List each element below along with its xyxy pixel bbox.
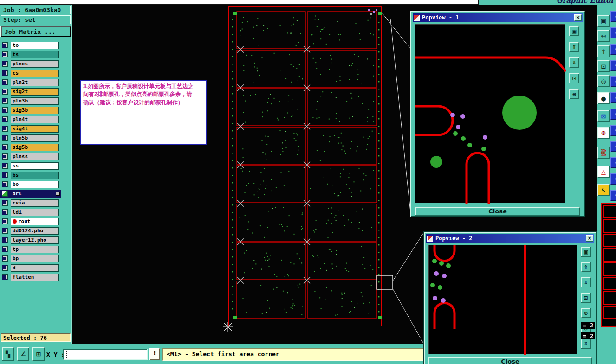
layer-mini-box[interactable] bbox=[56, 192, 60, 196]
layer-checkbox[interactable] bbox=[2, 153, 8, 160]
pv-pan-up-icon[interactable]: ⇑ bbox=[581, 262, 591, 272]
layer-checkbox[interactable] bbox=[2, 42, 8, 48]
snap-mode-icon[interactable]: ▚ bbox=[2, 347, 14, 361]
edge-tool-icon[interactable]: ◦ bbox=[610, 125, 616, 136]
layer-checkbox[interactable] bbox=[2, 228, 8, 234]
layer-label[interactable]: cvia bbox=[11, 199, 59, 207]
layer-row-bo[interactable]: bo bbox=[0, 180, 61, 188]
pv-zoom-in-icon[interactable]: ⊕ bbox=[569, 89, 579, 99]
layer-row-drl[interactable]: drl bbox=[0, 190, 61, 198]
edge-tool-icon[interactable]: ◦ bbox=[610, 76, 616, 87]
pv-window-icon[interactable]: ▣ bbox=[569, 26, 579, 36]
layer-row-cs[interactable]: cs bbox=[0, 69, 61, 77]
edge-tool-icon[interactable]: ◦ bbox=[610, 11, 616, 22]
alert-button[interactable]: ! bbox=[149, 348, 160, 360]
layer-checkbox[interactable] bbox=[2, 144, 8, 150]
layer-label[interactable]: pln5b bbox=[11, 134, 59, 142]
layer-checkbox[interactable] bbox=[2, 246, 8, 252]
grid-mode-icon[interactable]: ⊞ bbox=[32, 347, 45, 361]
layer-label[interactable]: sig5b bbox=[11, 144, 59, 151]
layer-label[interactable]: flatten bbox=[11, 274, 59, 281]
layer-row-d[interactable]: d bbox=[0, 264, 61, 272]
pv-zoom-fit-icon[interactable]: ⊡ bbox=[581, 293, 591, 303]
popview-2-window[interactable]: Popview - 2 × ▣⇑⇓⊡⊕⊖⇕ Close bbox=[424, 232, 597, 364]
layer-row-pln2t[interactable]: pln2t bbox=[0, 78, 61, 86]
layer-row-ts[interactable]: ts bbox=[0, 51, 61, 58]
layer-row-pln5b[interactable]: pln5b bbox=[0, 134, 61, 142]
net-box-icon[interactable]: ⊠ bbox=[597, 110, 610, 122]
dot-tool-icon[interactable]: ● bbox=[597, 92, 610, 104]
layer-color-icon[interactable] bbox=[2, 191, 8, 197]
layer-row-flatten[interactable]: flatten bbox=[0, 273, 61, 281]
edge-tool-icon[interactable]: ◦ bbox=[610, 109, 616, 120]
view-gauge-icon[interactable]: ◎ bbox=[597, 75, 610, 87]
layer-checkbox[interactable] bbox=[2, 79, 8, 85]
layer-row-bs[interactable]: bs bbox=[0, 171, 61, 179]
edge-tool-icon[interactable]: ◦ bbox=[610, 141, 616, 152]
layer-checkbox[interactable] bbox=[2, 107, 8, 113]
pv-zoom-fit-icon[interactable]: ⊡ bbox=[569, 73, 579, 83]
layer-label[interactable]: plncs bbox=[11, 60, 59, 68]
pointer-tool-icon[interactable]: ↖ bbox=[597, 184, 610, 196]
pv-zoom-in-icon[interactable]: ⊕ bbox=[581, 308, 591, 318]
layer-label[interactable]: layer12.pho bbox=[11, 236, 59, 244]
zoom-window-icon[interactable]: ⊡ bbox=[597, 60, 610, 72]
layer-label[interactable]: plnss bbox=[11, 153, 59, 160]
layer-checkbox[interactable] bbox=[2, 135, 8, 141]
layer-checkbox[interactable] bbox=[2, 51, 8, 57]
crosshair-tool-icon[interactable]: ⊕ bbox=[597, 127, 610, 139]
layer-label[interactable]: bp bbox=[11, 255, 59, 262]
popview-1-titlebar[interactable]: Popview - 1 × bbox=[413, 13, 583, 22]
popview-1-close-button[interactable]: Close bbox=[415, 207, 580, 216]
layer-row-dd0124.pho[interactable]: dd0124.pho bbox=[0, 227, 61, 235]
layer-checkbox[interactable] bbox=[2, 98, 8, 104]
angle-mode-icon[interactable]: ∠ bbox=[17, 347, 29, 361]
layer-checkbox[interactable] bbox=[2, 163, 8, 169]
layer-checkbox[interactable] bbox=[2, 126, 8, 132]
layer-label[interactable]: sig4t bbox=[11, 125, 59, 133]
layer-checkbox[interactable] bbox=[2, 255, 8, 262]
edge-tool-icon[interactable]: ◦ bbox=[610, 190, 616, 201]
pv-pan-down-icon[interactable]: ⇓ bbox=[581, 277, 591, 287]
layer-label[interactable]: sig2t bbox=[11, 88, 59, 96]
layer-row-to[interactable]: to bbox=[0, 41, 61, 49]
job-matrix-button[interactable]: Job Matrix ... bbox=[1, 26, 71, 37]
popview-1-canvas[interactable] bbox=[415, 24, 565, 203]
triangle-tool-icon[interactable]: △ bbox=[597, 166, 610, 178]
layer-label[interactable]: pln4t bbox=[11, 116, 59, 123]
layer-checkbox[interactable] bbox=[2, 181, 8, 187]
layer-label[interactable]: to bbox=[11, 42, 59, 49]
layer-checkbox[interactable] bbox=[2, 89, 8, 95]
layer-row-sig4t[interactable]: sig4t bbox=[0, 125, 61, 133]
layer-row-plncs[interactable]: plncs bbox=[0, 60, 61, 68]
popview-2-close-button[interactable]: Close bbox=[428, 357, 592, 364]
pv-pan-up-icon[interactable]: ⇑ bbox=[569, 42, 579, 52]
layer-label[interactable]: ts bbox=[11, 51, 59, 58]
layer-label[interactable]: tp bbox=[11, 246, 59, 253]
layer-checkbox[interactable] bbox=[2, 274, 8, 280]
layer-row-cvia[interactable]: cvia bbox=[0, 199, 61, 207]
layer-row-tp[interactable]: tp bbox=[0, 245, 61, 253]
close-icon[interactable]: × bbox=[574, 14, 582, 21]
layer-checkbox[interactable] bbox=[2, 209, 8, 215]
layer-row-sig2t[interactable]: sig2t bbox=[0, 88, 61, 96]
layer-row-rout[interactable]: rout bbox=[0, 217, 61, 225]
windows-tool-icon[interactable]: ▣ bbox=[597, 15, 610, 27]
layer-row-ldi[interactable]: ldi bbox=[0, 208, 61, 216]
xy-input[interactable] bbox=[63, 349, 148, 360]
layer-checkbox[interactable] bbox=[2, 237, 8, 243]
layer-row-sig5b[interactable]: sig5b bbox=[0, 143, 61, 151]
pv-pan-down-icon[interactable]: ⇓ bbox=[569, 57, 579, 68]
layer-label[interactable]: bo bbox=[11, 181, 59, 188]
layer-checkbox[interactable] bbox=[2, 70, 8, 76]
layer-row-pln3b[interactable]: pln3b bbox=[0, 97, 61, 105]
layer-label[interactable]: bs bbox=[11, 172, 59, 179]
layer-row-bp[interactable]: bp bbox=[0, 255, 61, 262]
pan-up-icon[interactable]: ⇑ bbox=[597, 45, 610, 57]
layer-label[interactable]: pln3b bbox=[11, 97, 59, 105]
edge-tool-icon[interactable]: ◦ bbox=[610, 27, 616, 38]
popview-2-canvas[interactable] bbox=[428, 245, 577, 354]
edge-tool-icon[interactable]: ◦ bbox=[610, 60, 616, 71]
edge-tool-icon[interactable]: ◦ bbox=[610, 92, 616, 103]
layer-row-pln4t[interactable]: pln4t bbox=[0, 115, 61, 123]
